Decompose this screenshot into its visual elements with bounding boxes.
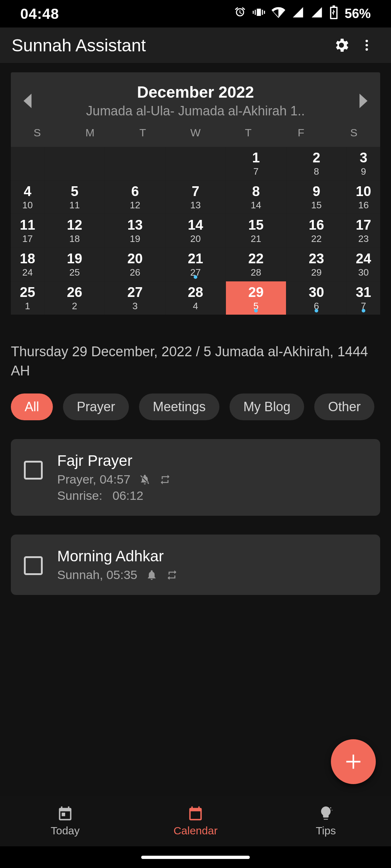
nav-calendar[interactable]: Calendar <box>130 796 261 846</box>
calendar-day[interactable]: 612 <box>105 180 165 214</box>
chevron-right-icon <box>358 94 368 108</box>
calendar-day[interactable]: 284 <box>165 281 226 315</box>
plus-icon <box>344 752 363 771</box>
calendar-day-gregorian: 4 <box>24 184 31 198</box>
svg-point-1 <box>366 44 368 47</box>
calendar-day-hijri: 1 <box>25 301 30 311</box>
calendar-hijri-label: Jumada al-Ula- Jumada al-Akhirah 1.. <box>41 103 350 119</box>
calendar-empty <box>45 147 105 180</box>
calendar-day-gregorian: 29 <box>248 285 264 299</box>
calendar-day[interactable]: 1723 <box>347 214 380 247</box>
nav-tips[interactable]: Tips <box>261 796 391 846</box>
bottom-nav: Today Calendar Tips <box>0 796 391 846</box>
calendar-day[interactable]: 1016 <box>347 180 380 214</box>
task-checkbox[interactable] <box>24 556 43 575</box>
calendar-month-label: December 2022 <box>41 83 350 101</box>
task-card[interactable]: Fajr PrayerPrayer, 04:57Sunrise:06:12 <box>11 439 380 516</box>
prev-month-button[interactable] <box>15 88 41 114</box>
calendar-day[interactable]: 1622 <box>286 214 346 247</box>
calendar-empty <box>165 147 226 180</box>
calendar-day-hijri: 9 <box>361 167 366 176</box>
calendar-day[interactable]: 713 <box>165 180 226 214</box>
calendar-day[interactable]: 1521 <box>226 214 286 247</box>
calendar-day[interactable]: 2430 <box>347 248 380 281</box>
calendar-event-dot <box>194 275 197 279</box>
calendar-day[interactable]: 410 <box>11 180 44 214</box>
calendar-day[interactable]: 1420 <box>165 214 226 247</box>
settings-button[interactable] <box>329 37 354 54</box>
app-bar: Sunnah Assistant <box>0 27 391 63</box>
calendar-day-hijri: 25 <box>70 268 80 277</box>
calendar-day[interactable]: 262 <box>45 281 105 315</box>
battery-icon <box>329 5 338 22</box>
calendar-day[interactable]: 295 <box>226 281 286 315</box>
calendar-day-gregorian: 12 <box>67 218 82 232</box>
task-card[interactable]: Morning AdhkarSunnah, 05:35 <box>11 535 380 595</box>
calendar-day[interactable]: 251 <box>11 281 44 315</box>
task-meta: Prayer, 04:57 <box>57 472 130 486</box>
task-title: Fajr Prayer <box>57 452 367 469</box>
calendar-day[interactable]: 273 <box>105 281 165 315</box>
calendar-day[interactable]: 306 <box>286 281 346 315</box>
calendar-day[interactable]: 814 <box>226 180 286 214</box>
calendar-day[interactable]: 2329 <box>286 248 346 281</box>
calendar-day[interactable]: 915 <box>286 180 346 214</box>
filter-chip[interactable]: Prayer <box>63 393 129 420</box>
calendar-day[interactable]: 317 <box>347 281 380 315</box>
filter-chip[interactable]: Other <box>314 393 374 420</box>
calendar-day-gregorian: 28 <box>188 285 203 299</box>
nav-today[interactable]: Today <box>0 796 130 846</box>
next-month-button[interactable] <box>350 88 376 114</box>
alarm-icon <box>234 6 246 22</box>
calendar-dow: S <box>11 127 64 139</box>
calendar-day-hijri: 24 <box>22 268 33 277</box>
calendar-day[interactable]: 28 <box>286 147 346 180</box>
add-fab[interactable] <box>331 739 376 784</box>
filter-chip[interactable]: My Blog <box>230 393 304 420</box>
calendar-day-hijri: 29 <box>311 268 322 277</box>
calendar-day[interactable]: 1925 <box>45 248 105 281</box>
gesture-bar[interactable] <box>141 856 250 859</box>
calendar-icon <box>187 805 204 822</box>
calendar-day-hijri: 23 <box>358 234 369 243</box>
calendar-day-gregorian: 21 <box>188 252 203 265</box>
calendar-day-gregorian: 22 <box>248 252 264 265</box>
calendar-dow: M <box>64 127 117 139</box>
battery-percent: 56% <box>345 6 371 21</box>
calendar-day[interactable]: 39 <box>347 147 380 180</box>
calendar-day[interactable]: 1319 <box>105 214 165 247</box>
overflow-button[interactable] <box>354 38 379 52</box>
calendar-day-gregorian: 7 <box>192 184 199 198</box>
task-body: Fajr PrayerPrayer, 04:57Sunrise:06:12 <box>57 452 367 503</box>
calendar-dow: S <box>327 127 380 139</box>
calendar-day-hijri: 17 <box>22 234 33 243</box>
calendar-day-hijri: 7 <box>253 167 258 176</box>
calendar-day-hijri: 4 <box>193 301 198 311</box>
calendar-day[interactable]: 2228 <box>226 248 286 281</box>
calendar-header: December 2022 Jumada al-Ula- Jumada al-A… <box>11 72 380 122</box>
calendar-day-hijri: 16 <box>358 200 369 210</box>
calendar-day[interactable]: 1218 <box>45 214 105 247</box>
calendar-day-gregorian: 26 <box>67 285 82 299</box>
calendar-day-hijri: 26 <box>130 268 140 277</box>
calendar-day[interactable]: 1117 <box>11 214 44 247</box>
calendar-day-gregorian: 18 <box>20 252 35 265</box>
filter-chip[interactable]: All <box>11 393 53 420</box>
calendar-dow: T <box>116 127 169 139</box>
calendar-day-gregorian: 11 <box>20 218 35 232</box>
calendar-day[interactable]: 511 <box>45 180 105 214</box>
calendar-day[interactable]: 17 <box>226 147 286 180</box>
calendar-day[interactable]: 2127 <box>165 248 226 281</box>
calendar-dow: W <box>169 127 222 139</box>
nav-tips-label: Tips <box>316 825 336 837</box>
status-time: 04:48 <box>20 6 59 22</box>
screen: Sunnah Assistant December 2022 Jumada al… <box>0 27 391 868</box>
calendar-day-gregorian: 9 <box>312 184 320 198</box>
calendar-today-icon <box>57 805 73 822</box>
calendar-dow: F <box>275 127 328 139</box>
calendar-day[interactable]: 2026 <box>105 248 165 281</box>
task-checkbox[interactable] <box>24 461 43 480</box>
calendar-day-hijri: 11 <box>70 200 80 210</box>
filter-chip[interactable]: Meetings <box>139 393 219 420</box>
calendar-day[interactable]: 1824 <box>11 248 44 281</box>
